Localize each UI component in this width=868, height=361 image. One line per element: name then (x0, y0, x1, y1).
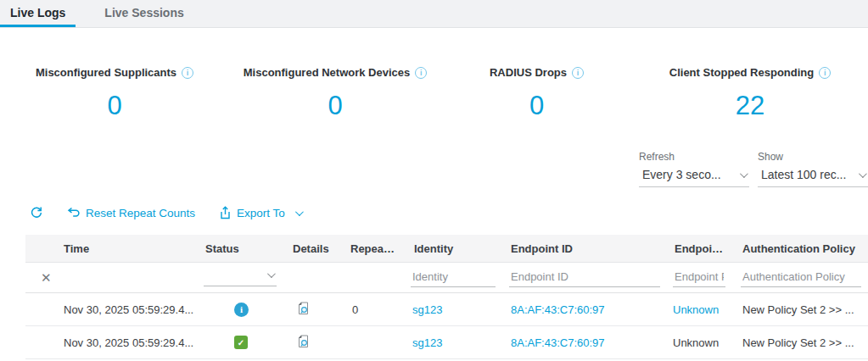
endpoint-profile-text: Unknown (673, 336, 719, 349)
reset-repeat-counts-label: Reset Repeat Counts (86, 207, 195, 219)
status-info-icon: i (234, 303, 249, 317)
table-header-row: Time Status Details Repeat Count Identit… (25, 235, 868, 263)
cell-authentication-policy: New Policy Set 2 >> ... (734, 336, 868, 349)
counter-label: Misconfigured Network Devices (244, 66, 411, 79)
status-filter-select[interactable] (204, 269, 277, 286)
cell-endpoint-profile: Unknown (666, 336, 734, 349)
endpoint-profile-link[interactable]: Unknown (673, 303, 719, 316)
tab-bar: Live Logs Live Sessions (0, 0, 868, 28)
undo-arrow-icon (67, 207, 81, 219)
endpoint-profile-filter-input[interactable] (673, 269, 725, 287)
counter-radius-drops: RADIUS Drops i 0 (441, 66, 632, 121)
info-icon[interactable]: i (182, 67, 193, 79)
tab-live-logs[interactable]: Live Logs (0, 0, 76, 27)
identity-link[interactable]: sg123 (412, 336, 442, 349)
cell-endpoint-id: 8A:AF:43:C7:60:97 (502, 303, 666, 316)
show-dropdown[interactable]: Show Latest 100 rec... (758, 151, 868, 187)
counter-misconfigured-network-devices: Misconfigured Network Devices i 0 (229, 66, 441, 121)
list-controls: Refresh Every 3 seco... Show Latest 100 … (639, 151, 868, 187)
table-row[interactable]: Nov 30, 2025 05:59:29.4...i0sg1238A:AF:4… (25, 293, 868, 326)
export-to-button[interactable]: Export To (219, 206, 301, 219)
column-header-endpoint-profile[interactable]: Endpoint Profile (666, 242, 734, 255)
details-magnifier-doc-icon[interactable] (296, 301, 311, 319)
cell-endpoint-profile: Unknown (666, 303, 734, 316)
cell-repeat-count: 0 (342, 303, 406, 316)
chevron-down-icon (295, 208, 304, 216)
export-to-label: Export To (237, 207, 285, 219)
show-dropdown-label: Show (758, 151, 868, 163)
cell-details (284, 301, 342, 319)
info-icon[interactable]: i (415, 67, 427, 79)
endpoint-id-link[interactable]: 8A:AF:43:C7:60:97 (511, 336, 605, 349)
info-icon[interactable]: i (819, 67, 831, 79)
cell-time: Nov 30, 2025 05:59:29.4... (25, 303, 197, 316)
counter-label: Misconfigured Supplicants (36, 66, 176, 79)
authentication-policy-filter-input[interactable] (741, 269, 861, 287)
column-header-identity[interactable]: Identity (406, 242, 502, 255)
counter-label: Client Stopped Responding (669, 66, 814, 79)
cell-time: Nov 30, 2025 05:59:29.4... (25, 336, 197, 349)
counter-value[interactable]: 22 (632, 91, 868, 121)
cell-details (284, 334, 342, 352)
live-logs-page: Live Logs Live Sessions Misconfigured Su… (0, 0, 868, 361)
identity-filter-input[interactable] (411, 269, 496, 287)
refresh-button[interactable] (30, 206, 43, 219)
table-body: Nov 30, 2025 05:59:29.4...i0sg1238A:AF:4… (25, 293, 868, 359)
cell-authentication-policy: New Policy Set 2 >> ... (734, 303, 868, 316)
column-header-endpoint-id[interactable]: Endpoint ID (502, 242, 666, 255)
refresh-icon (30, 206, 43, 219)
show-dropdown-value: Latest 100 rec... (761, 168, 846, 181)
column-header-status[interactable]: Status (197, 242, 284, 255)
counter-client-stopped-responding: Client Stopped Responding i 22 (632, 66, 868, 121)
column-header-time[interactable]: Time (25, 242, 197, 255)
tab-live-sessions[interactable]: Live Sessions (94, 0, 193, 27)
counter-misconfigured-supplicants: Misconfigured Supplicants i 0 (0, 66, 229, 121)
cell-identity: sg123 (406, 303, 502, 316)
refresh-dropdown-value: Every 3 seco... (642, 168, 721, 181)
chevron-down-icon (859, 169, 867, 178)
table-filter-row: ✕ (25, 263, 868, 293)
export-icon (219, 206, 232, 219)
status-success-check-icon: ✓ (234, 336, 248, 349)
endpoint-id-link[interactable]: 8A:AF:43:C7:60:97 (511, 303, 605, 316)
info-icon[interactable]: i (572, 67, 584, 79)
refresh-dropdown-label: Refresh (639, 151, 749, 163)
identity-link[interactable]: sg123 (412, 303, 442, 316)
cell-status: ✓ (197, 336, 284, 350)
chevron-down-icon (740, 169, 748, 178)
clear-filters-icon[interactable]: ✕ (41, 270, 52, 285)
counter-value[interactable]: 0 (0, 91, 229, 121)
column-header-details[interactable]: Details (284, 242, 342, 255)
cell-status: i (197, 303, 284, 317)
table-toolbar: Reset Repeat Counts Export To (30, 206, 301, 219)
counter-value[interactable]: 0 (441, 91, 632, 121)
endpoint-id-filter-input[interactable] (509, 269, 660, 287)
details-magnifier-doc-icon[interactable] (296, 334, 311, 352)
counter-label: RADIUS Drops (490, 66, 567, 79)
tab-live-sessions-label: Live Sessions (104, 6, 183, 19)
column-header-repeat-count[interactable]: Repeat Count (342, 242, 406, 255)
dashboard-counters: Misconfigured Supplicants i 0 Misconfigu… (0, 66, 868, 121)
chevron-down-icon (267, 269, 276, 278)
live-logs-table: Time Status Details Repeat Count Identit… (25, 235, 868, 359)
cell-identity: sg123 (406, 336, 502, 349)
cell-endpoint-id: 8A:AF:43:C7:60:97 (502, 336, 666, 349)
column-header-authentication-policy[interactable]: Authentication Policy (734, 242, 868, 255)
reset-repeat-counts-button[interactable]: Reset Repeat Counts (67, 207, 195, 219)
refresh-dropdown[interactable]: Refresh Every 3 seco... (639, 151, 749, 187)
counter-value[interactable]: 0 (229, 91, 441, 121)
tab-live-logs-label: Live Logs (10, 6, 65, 19)
table-row[interactable]: Nov 30, 2025 05:59:29.4...✓sg1238A:AF:43… (25, 326, 868, 359)
